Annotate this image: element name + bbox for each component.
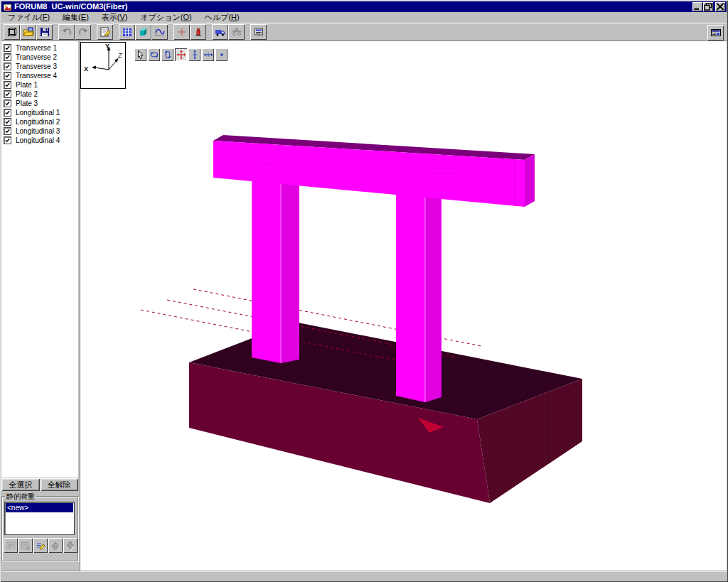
layer-row[interactable]: Longitudinal 4: [4, 136, 78, 145]
layer-label: Longitudinal 3: [16, 127, 60, 135]
view-nav-toolbar: [134, 48, 228, 61]
undo-icon: [61, 26, 73, 38]
layer-row[interactable]: Plate 1: [4, 80, 78, 90]
delete-load-case-button[interactable]: [18, 538, 33, 553]
undo-button[interactable]: [58, 24, 75, 40]
section-curve-button[interactable]: [151, 24, 168, 40]
save-button[interactable]: [36, 24, 53, 40]
checkbox-checked-icon[interactable]: [4, 44, 11, 52]
statusbar: [1, 571, 727, 581]
move-icon: [176, 50, 186, 60]
arrow-down-icon: [65, 541, 75, 551]
layer-label: Transverse 1: [16, 44, 57, 52]
point-icon: [217, 50, 227, 60]
menu-edit[interactable]: 編集(E): [56, 12, 95, 23]
window-title: FORUM8 UC-win/COM3(Fiber): [14, 1, 128, 12]
point-mark-button[interactable]: [215, 48, 228, 61]
deselect-all-button[interactable]: 全解除: [41, 478, 79, 491]
menu-file[interactable]: ファイル(F): [1, 12, 56, 23]
open-folder-icon: [23, 26, 34, 38]
redo-button[interactable]: [75, 24, 91, 40]
load-case-item[interactable]: <new>: [6, 503, 73, 512]
pier-model-scene[interactable]: [80, 41, 726, 571]
select-all-button[interactable]: 全選択: [1, 478, 40, 491]
minimize-icon: [693, 3, 702, 11]
marker-cross-button[interactable]: [173, 24, 190, 40]
new-model-button[interactable]: [4, 24, 20, 40]
restore-button[interactable]: [703, 2, 713, 11]
vehicle-load-button[interactable]: [212, 24, 228, 40]
monitor-icon: [253, 26, 264, 38]
checkbox-checked-icon[interactable]: [4, 99, 11, 107]
layer-row[interactable]: Longitudinal 1: [4, 108, 78, 117]
layer-row[interactable]: Longitudinal 3: [4, 126, 78, 136]
close-icon: [716, 3, 724, 11]
footing: [141, 289, 582, 503]
move-down-button[interactable]: [63, 538, 77, 553]
layer-row[interactable]: Plate 2: [4, 90, 78, 99]
checkbox-checked-icon[interactable]: [4, 136, 11, 144]
menu-view[interactable]: 表示(V): [95, 12, 134, 23]
checkbox-checked-icon[interactable]: [4, 90, 11, 98]
load-case-list[interactable]: <new>: [4, 502, 75, 535]
minimize-button[interactable]: [692, 2, 702, 11]
select-pointer-button[interactable]: [134, 48, 146, 61]
move-up-button[interactable]: [48, 538, 63, 553]
solid-cube-icon: [138, 26, 149, 38]
close-button[interactable]: [715, 2, 725, 11]
menu-options[interactable]: オプション(O): [134, 12, 198, 23]
axis-indicator: Y X Z: [80, 42, 126, 89]
open-button[interactable]: [20, 24, 36, 40]
pier-column-left: [252, 178, 299, 363]
layer-label: Plate 2: [16, 90, 38, 98]
viewport-3d[interactable]: Y X Z: [80, 41, 727, 571]
layer-label: Plate 3: [16, 99, 38, 107]
layer-row[interactable]: Transverse 1: [4, 43, 78, 53]
axle-icon: [231, 26, 242, 38]
edit-data-button[interactable]: [97, 24, 113, 40]
rotate-free-button[interactable]: [148, 48, 160, 61]
redo-icon: [77, 26, 89, 38]
checkbox-checked-icon[interactable]: [4, 127, 11, 135]
screen-settings-button[interactable]: [707, 25, 724, 41]
load-point-button[interactable]: [190, 24, 206, 40]
grid-icon: [122, 26, 133, 38]
truck-icon: [215, 26, 226, 38]
main-toolbar: [1, 23, 727, 41]
axis-x-label: X: [84, 65, 88, 72]
checkbox-checked-icon[interactable]: [4, 109, 11, 117]
rotate-free-icon: [149, 50, 159, 60]
checkbox-checked-icon[interactable]: [4, 63, 11, 70]
report-view-button[interactable]: [250, 24, 267, 40]
curve-icon: [154, 26, 166, 38]
add-load-case-button[interactable]: [4, 538, 18, 553]
pan-vertical-icon: [190, 50, 200, 60]
rotate-axis-button[interactable]: [161, 48, 173, 61]
checkbox-checked-icon[interactable]: [4, 53, 11, 61]
app-window: FORUM8 UC-win/COM3(Fiber) ファイル(F) 編集(E) …: [0, 0, 728, 582]
list-add-icon: [6, 541, 16, 551]
solid-view-button[interactable]: [135, 24, 151, 40]
checkbox-checked-icon[interactable]: [4, 118, 11, 126]
arrow-up-icon: [50, 541, 60, 551]
layer-label: Longitudinal 1: [16, 109, 60, 117]
pan-horizontal-button[interactable]: [202, 48, 214, 61]
layer-row[interactable]: Transverse 2: [4, 53, 78, 62]
layer-row[interactable]: Transverse 3: [4, 62, 78, 71]
layer-row[interactable]: Longitudinal 2: [4, 117, 78, 126]
layer-label: Transverse 4: [16, 72, 57, 80]
move-view-button[interactable]: [175, 48, 187, 61]
edit-load-case-button[interactable]: [33, 538, 48, 553]
menu-help[interactable]: ヘルプ(H): [198, 12, 246, 23]
checkbox-checked-icon[interactable]: [4, 72, 11, 80]
layer-row[interactable]: Plate 3: [4, 99, 78, 108]
pointer-icon: [136, 50, 146, 60]
grid-view-button[interactable]: [119, 24, 135, 40]
checkbox-checked-icon[interactable]: [4, 81, 11, 89]
layer-label: Longitudinal 4: [16, 136, 60, 144]
pan-vertical-button[interactable]: [188, 48, 200, 61]
axle-load-button[interactable]: [228, 24, 245, 40]
layer-row[interactable]: Transverse 4: [4, 71, 78, 80]
layer-label: Plate 1: [16, 81, 38, 89]
pan-horizontal-icon: [203, 50, 213, 60]
